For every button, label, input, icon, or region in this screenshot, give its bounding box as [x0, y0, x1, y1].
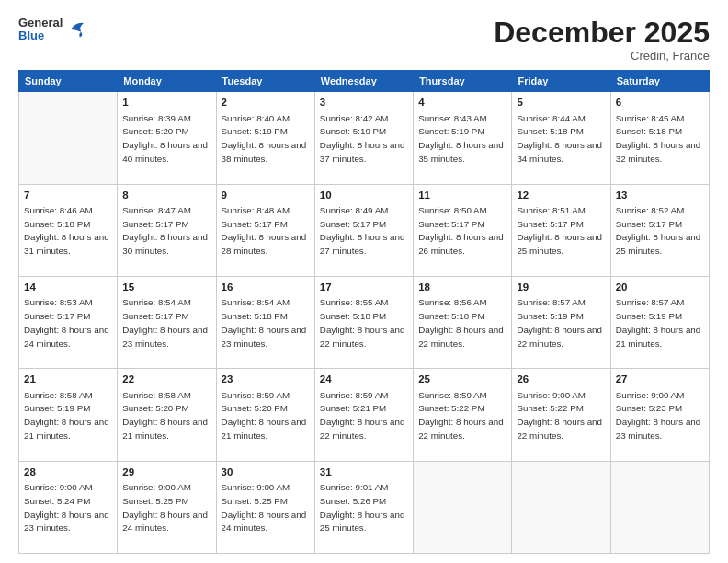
day-info: Sunrise: 8:49 AMSunset: 5:17 PMDaylight:…	[320, 205, 405, 256]
calendar-cell: 10Sunrise: 8:49 AMSunset: 5:17 PMDayligh…	[314, 184, 413, 276]
calendar-week-0: 1Sunrise: 8:39 AMSunset: 5:20 PMDaylight…	[19, 92, 710, 184]
day-info: Sunrise: 8:57 AMSunset: 5:19 PMDaylight:…	[616, 297, 701, 348]
day-number: 16	[222, 281, 310, 295]
weekday-header-row: SundayMondayTuesdayWednesdayThursdayFrid…	[19, 71, 710, 92]
day-info: Sunrise: 8:53 AMSunset: 5:17 PMDaylight:…	[24, 297, 109, 348]
day-number: 5	[517, 96, 605, 110]
day-number: 30	[222, 465, 310, 480]
logo-text: General Blue	[18, 17, 63, 43]
day-number: 18	[418, 281, 506, 295]
calendar-cell: 9Sunrise: 8:48 AMSunset: 5:17 PMDaylight…	[216, 184, 314, 276]
day-number: 3	[320, 96, 408, 110]
day-info: Sunrise: 9:00 AMSunset: 5:24 PMDaylight:…	[24, 482, 109, 533]
day-number: 14	[24, 281, 112, 295]
calendar-cell: 1Sunrise: 8:39 AMSunset: 5:20 PMDaylight…	[118, 92, 216, 184]
day-info: Sunrise: 8:57 AMSunset: 5:19 PMDaylight:…	[517, 297, 602, 348]
day-number: 7	[24, 189, 112, 203]
calendar-cell: 8Sunrise: 8:47 AMSunset: 5:17 PMDaylight…	[118, 184, 216, 276]
calendar-cell	[610, 461, 709, 553]
day-number: 2	[222, 96, 310, 110]
calendar-cell	[512, 461, 610, 553]
day-number: 17	[320, 281, 408, 295]
day-number: 20	[616, 281, 704, 295]
weekday-header-wednesday: Wednesday	[314, 71, 413, 92]
calendar-cell: 3Sunrise: 8:42 AMSunset: 5:19 PMDaylight…	[314, 92, 413, 184]
day-info: Sunrise: 8:47 AMSunset: 5:17 PMDaylight:…	[122, 205, 208, 256]
calendar-cell: 4Sunrise: 8:43 AMSunset: 5:19 PMDaylight…	[414, 92, 512, 184]
calendar-table: SundayMondayTuesdayWednesdayThursdayFrid…	[18, 70, 710, 554]
calendar-cell: 20Sunrise: 8:57 AMSunset: 5:19 PMDayligh…	[610, 276, 709, 368]
day-info: Sunrise: 9:00 AMSunset: 5:25 PMDaylight:…	[122, 482, 208, 533]
day-number: 22	[122, 373, 210, 387]
calendar-cell: 11Sunrise: 8:50 AMSunset: 5:17 PMDayligh…	[414, 184, 512, 276]
calendar-cell: 14Sunrise: 8:53 AMSunset: 5:17 PMDayligh…	[19, 276, 118, 368]
logo: General Blue	[18, 17, 90, 43]
day-number: 28	[24, 465, 112, 480]
day-info: Sunrise: 8:54 AMSunset: 5:17 PMDaylight:…	[122, 297, 208, 348]
calendar-cell: 16Sunrise: 8:54 AMSunset: 5:18 PMDayligh…	[216, 276, 314, 368]
day-info: Sunrise: 8:58 AMSunset: 5:19 PMDaylight:…	[24, 390, 109, 441]
calendar-cell: 18Sunrise: 8:56 AMSunset: 5:18 PMDayligh…	[414, 276, 512, 368]
day-number: 9	[222, 189, 310, 203]
calendar-cell: 5Sunrise: 8:44 AMSunset: 5:18 PMDaylight…	[512, 92, 610, 184]
day-number: 27	[616, 373, 704, 387]
calendar-week-4: 28Sunrise: 9:00 AMSunset: 5:24 PMDayligh…	[19, 461, 710, 553]
day-info: Sunrise: 8:39 AMSunset: 5:20 PMDaylight:…	[122, 113, 208, 164]
calendar-cell: 26Sunrise: 9:00 AMSunset: 5:22 PMDayligh…	[512, 369, 610, 461]
day-info: Sunrise: 8:40 AMSunset: 5:19 PMDaylight:…	[222, 113, 307, 164]
day-number: 26	[517, 373, 605, 387]
day-info: Sunrise: 9:00 AMSunset: 5:22 PMDaylight:…	[517, 390, 602, 441]
calendar-week-2: 14Sunrise: 8:53 AMSunset: 5:17 PMDayligh…	[19, 276, 710, 368]
calendar-cell: 31Sunrise: 9:01 AMSunset: 5:26 PMDayligh…	[314, 461, 413, 553]
day-info: Sunrise: 8:50 AMSunset: 5:17 PMDaylight:…	[418, 205, 504, 256]
header: General Blue December 2025 Credin, Franc…	[18, 17, 710, 63]
calendar-cell: 21Sunrise: 8:58 AMSunset: 5:19 PMDayligh…	[19, 369, 118, 461]
month-title: December 2025	[494, 17, 710, 49]
day-info: Sunrise: 8:48 AMSunset: 5:17 PMDaylight:…	[222, 205, 307, 256]
day-number: 21	[24, 373, 112, 387]
location: Credin, France	[494, 49, 710, 63]
weekday-header-tuesday: Tuesday	[216, 71, 314, 92]
logo-blue: Blue	[18, 29, 63, 42]
day-number: 24	[320, 373, 408, 387]
day-number: 15	[122, 281, 210, 295]
day-info: Sunrise: 8:54 AMSunset: 5:18 PMDaylight:…	[222, 297, 307, 348]
calendar-cell: 27Sunrise: 9:00 AMSunset: 5:23 PMDayligh…	[610, 369, 709, 461]
weekday-header-friday: Friday	[512, 71, 610, 92]
calendar-cell	[19, 92, 118, 184]
day-number: 19	[517, 281, 605, 295]
page: General Blue December 2025 Credin, Franc…	[0, 0, 728, 563]
calendar-cell: 28Sunrise: 9:00 AMSunset: 5:24 PMDayligh…	[19, 461, 118, 553]
calendar-cell: 13Sunrise: 8:52 AMSunset: 5:17 PMDayligh…	[610, 184, 709, 276]
calendar-cell: 30Sunrise: 9:00 AMSunset: 5:25 PMDayligh…	[216, 461, 314, 553]
day-info: Sunrise: 8:52 AMSunset: 5:17 PMDaylight:…	[616, 205, 701, 256]
weekday-header-sunday: Sunday	[19, 71, 118, 92]
day-number: 8	[122, 189, 210, 203]
weekday-header-thursday: Thursday	[414, 71, 512, 92]
day-info: Sunrise: 8:59 AMSunset: 5:20 PMDaylight:…	[222, 390, 307, 441]
calendar-cell: 2Sunrise: 8:40 AMSunset: 5:19 PMDaylight…	[216, 92, 314, 184]
day-info: Sunrise: 8:59 AMSunset: 5:21 PMDaylight:…	[320, 390, 405, 441]
calendar-cell: 7Sunrise: 8:46 AMSunset: 5:18 PMDaylight…	[19, 184, 118, 276]
day-info: Sunrise: 8:51 AMSunset: 5:17 PMDaylight:…	[517, 205, 602, 256]
title-section: December 2025 Credin, France	[494, 17, 710, 63]
day-info: Sunrise: 8:43 AMSunset: 5:19 PMDaylight:…	[418, 113, 504, 164]
day-info: Sunrise: 8:59 AMSunset: 5:22 PMDaylight:…	[418, 390, 504, 441]
calendar-cell: 19Sunrise: 8:57 AMSunset: 5:19 PMDayligh…	[512, 276, 610, 368]
day-info: Sunrise: 8:46 AMSunset: 5:18 PMDaylight:…	[24, 205, 109, 256]
day-number: 29	[122, 465, 210, 480]
day-info: Sunrise: 9:00 AMSunset: 5:23 PMDaylight:…	[616, 390, 701, 441]
weekday-header-saturday: Saturday	[610, 71, 709, 92]
calendar-cell: 25Sunrise: 8:59 AMSunset: 5:22 PMDayligh…	[414, 369, 512, 461]
day-number: 4	[418, 96, 506, 110]
day-number: 6	[616, 96, 704, 110]
day-number: 13	[616, 189, 704, 203]
calendar-cell: 29Sunrise: 9:00 AMSunset: 5:25 PMDayligh…	[118, 461, 216, 553]
calendar-week-3: 21Sunrise: 8:58 AMSunset: 5:19 PMDayligh…	[19, 369, 710, 461]
day-number: 31	[320, 465, 408, 480]
day-number: 12	[517, 189, 605, 203]
calendar-cell: 23Sunrise: 8:59 AMSunset: 5:20 PMDayligh…	[216, 369, 314, 461]
calendar-cell: 6Sunrise: 8:45 AMSunset: 5:18 PMDaylight…	[610, 92, 709, 184]
calendar-cell: 24Sunrise: 8:59 AMSunset: 5:21 PMDayligh…	[314, 369, 413, 461]
day-info: Sunrise: 8:58 AMSunset: 5:20 PMDaylight:…	[122, 390, 208, 441]
